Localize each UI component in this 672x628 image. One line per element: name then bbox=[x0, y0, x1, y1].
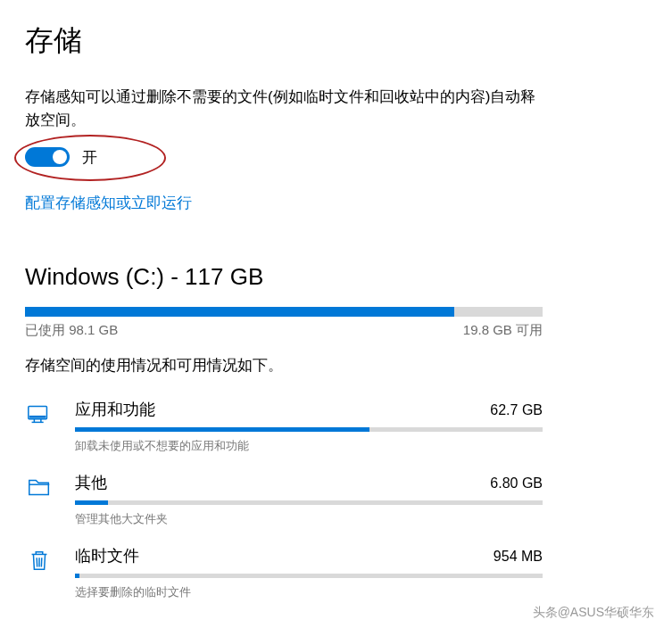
category-name: 应用和功能 bbox=[75, 399, 155, 420]
trash-icon bbox=[25, 547, 54, 575]
category-bar-fill bbox=[75, 427, 369, 432]
drive-usage-stats: 已使用 98.1 GB 19.8 GB 可用 bbox=[25, 322, 543, 339]
page-title: 存储 bbox=[25, 21, 647, 61]
category-list: 应用和功能62.7 GB卸载未使用或不想要的应用和功能其他6.80 GB管理其他… bbox=[25, 399, 543, 600]
category-bar-fill bbox=[75, 500, 108, 505]
drive-usage-bar-free bbox=[454, 307, 543, 317]
category-size: 954 MB bbox=[494, 549, 543, 565]
drive-usage-bar-used bbox=[25, 307, 454, 317]
usage-description: 存储空间的使用情况和可用情况如下。 bbox=[25, 355, 647, 376]
drive-used-label: 已使用 98.1 GB bbox=[25, 322, 118, 339]
category-item[interactable]: 临时文件954 MB选择要删除的临时文件 bbox=[25, 545, 543, 600]
configure-storage-sense-link[interactable]: 配置存储感知或立即运行 bbox=[25, 193, 192, 213]
category-bar bbox=[75, 427, 543, 432]
watermark: 头条@ASUS华硕华东 bbox=[533, 605, 654, 621]
category-name: 临时文件 bbox=[75, 545, 139, 566]
toggle-label: 开 bbox=[82, 147, 97, 168]
category-name: 其他 bbox=[75, 472, 107, 493]
toggle-knob bbox=[53, 150, 67, 164]
apps-icon bbox=[25, 401, 54, 429]
category-size: 6.80 GB bbox=[490, 475, 543, 492]
category-bar-fill bbox=[75, 574, 79, 578]
drive-usage-bar bbox=[25, 307, 543, 317]
category-subtitle: 管理其他大文件夹 bbox=[75, 511, 543, 527]
svg-rect-1 bbox=[29, 416, 46, 418]
drive-title: Windows (C:) - 117 GB bbox=[25, 263, 647, 291]
category-body: 临时文件954 MB选择要删除的临时文件 bbox=[75, 545, 543, 600]
category-bar bbox=[75, 500, 543, 505]
storage-sense-toggle-row: 开 bbox=[25, 147, 647, 168]
drive-free-label: 19.8 GB 可用 bbox=[463, 322, 543, 339]
category-size: 62.7 GB bbox=[490, 402, 543, 418]
storage-sense-description: 存储感知可以通过删除不需要的文件(例如临时文件和回收站中的内容)自动释放空间。 bbox=[25, 86, 543, 133]
category-item[interactable]: 其他6.80 GB管理其他大文件夹 bbox=[25, 472, 543, 527]
category-item[interactable]: 应用和功能62.7 GB卸载未使用或不想要的应用和功能 bbox=[25, 399, 543, 454]
category-subtitle: 卸载未使用或不想要的应用和功能 bbox=[75, 438, 543, 454]
category-subtitle: 选择要删除的临时文件 bbox=[75, 584, 543, 600]
category-bar bbox=[75, 574, 543, 578]
storage-sense-toggle[interactable] bbox=[25, 147, 70, 167]
category-body: 应用和功能62.7 GB卸载未使用或不想要的应用和功能 bbox=[75, 399, 543, 454]
folder-icon bbox=[25, 474, 54, 502]
category-body: 其他6.80 GB管理其他大文件夹 bbox=[75, 472, 543, 527]
